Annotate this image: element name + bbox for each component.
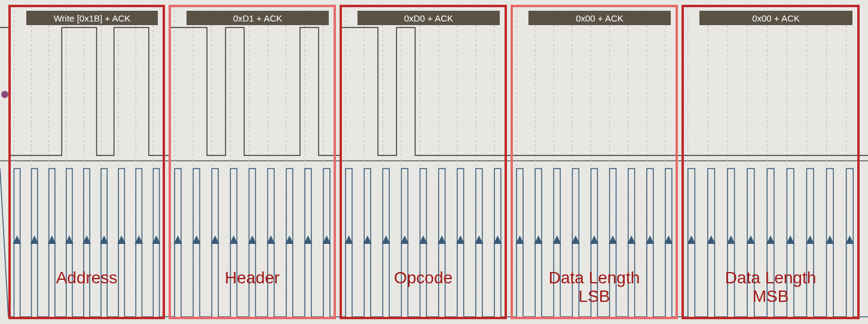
- byte-box-opcode: [340, 5, 507, 319]
- byte-box-len-msb: [681, 5, 860, 319]
- byte-box-header: [169, 5, 336, 319]
- byte-box-address: [8, 5, 165, 319]
- byte-box-len-lsb: [511, 5, 678, 319]
- timing-diagram: Write [0x1B] + ACKAddress0xD1 + ACKHeade…: [0, 0, 868, 324]
